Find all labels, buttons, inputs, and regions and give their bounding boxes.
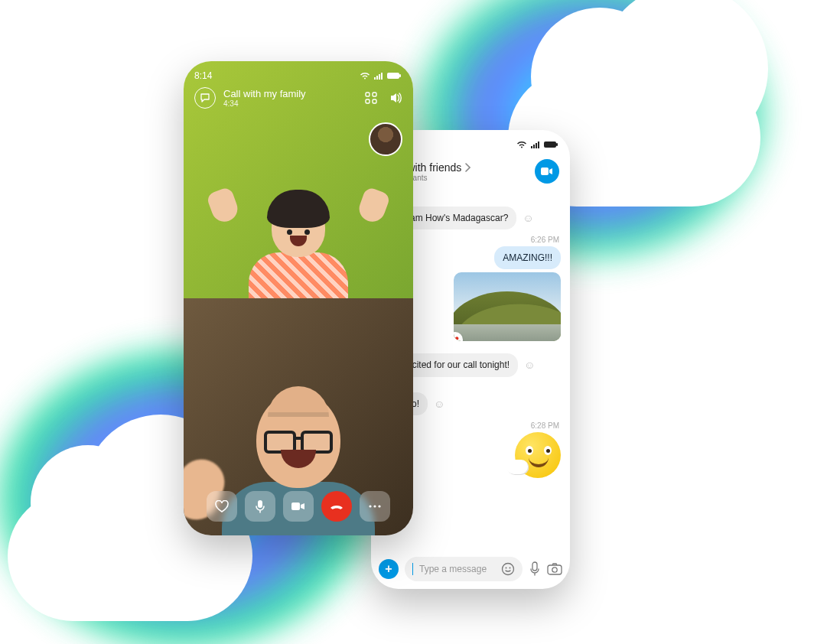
svg-rect-16 xyxy=(381,73,383,80)
svg-rect-5 xyxy=(556,143,558,146)
react-icon[interactable]: ☺ xyxy=(523,212,533,224)
call-header: Call with my family 4:34 xyxy=(184,84,413,112)
photo-message[interactable]: ❤ xyxy=(454,272,561,341)
call-status-bar: 8:14 xyxy=(184,61,413,86)
add-button[interactable]: + xyxy=(379,559,399,579)
signal-icon xyxy=(374,72,383,80)
svg-point-26 xyxy=(373,505,376,507)
svg-rect-19 xyxy=(366,93,370,96)
composer: + Type a message xyxy=(379,557,562,581)
react-icon[interactable]: ☺ xyxy=(524,359,535,371)
svg-rect-18 xyxy=(399,74,401,77)
wifi-icon xyxy=(360,72,370,80)
svg-point-9 xyxy=(510,568,511,569)
svg-rect-1 xyxy=(533,145,535,148)
end-call-button[interactable] xyxy=(321,491,352,522)
svg-point-8 xyxy=(506,568,507,569)
reaction-button[interactable] xyxy=(207,491,237,522)
call-controls xyxy=(184,491,413,522)
chevron-right-icon[interactable] xyxy=(464,163,470,172)
svg-rect-21 xyxy=(366,99,370,103)
battery-icon xyxy=(387,72,402,80)
svg-rect-20 xyxy=(373,93,376,96)
call-phone: 8:14 Call with my family 4:34 xyxy=(184,61,413,535)
svg-rect-0 xyxy=(531,146,532,148)
svg-point-25 xyxy=(369,505,371,507)
microphone-button[interactable] xyxy=(245,491,275,522)
svg-rect-17 xyxy=(387,73,399,79)
text-cursor xyxy=(412,563,413,575)
svg-rect-14 xyxy=(376,76,378,80)
svg-rect-4 xyxy=(544,141,556,148)
camera-button[interactable] xyxy=(283,491,314,522)
video-call-button[interactable] xyxy=(535,159,559,184)
grid-icon[interactable] xyxy=(364,91,378,105)
svg-point-12 xyxy=(552,568,557,572)
svg-point-7 xyxy=(503,564,514,575)
microphone-icon[interactable] xyxy=(529,561,541,577)
svg-rect-23 xyxy=(258,500,262,508)
call-duration: 4:34 xyxy=(223,99,306,108)
svg-point-27 xyxy=(378,505,380,507)
sticker-message[interactable] xyxy=(510,432,561,483)
svg-rect-13 xyxy=(374,77,376,80)
outgoing-message[interactable]: AMAZING!!! xyxy=(494,246,561,269)
svg-rect-3 xyxy=(538,141,539,148)
svg-rect-2 xyxy=(536,143,537,148)
signal-icon xyxy=(531,141,540,148)
wifi-icon xyxy=(516,141,527,148)
chat-icon[interactable] xyxy=(194,87,216,109)
emoji-icon[interactable] xyxy=(501,562,515,576)
more-button[interactable] xyxy=(360,491,390,522)
svg-rect-22 xyxy=(373,99,376,103)
self-view-pip[interactable] xyxy=(369,122,402,156)
svg-rect-24 xyxy=(291,503,300,510)
message-input[interactable]: Type a message xyxy=(405,557,523,581)
battery-icon xyxy=(544,141,559,148)
svg-rect-10 xyxy=(532,562,537,571)
svg-rect-15 xyxy=(379,74,380,80)
camera-icon[interactable] xyxy=(547,563,562,575)
svg-rect-6 xyxy=(541,168,549,175)
status-time: 8:14 xyxy=(194,70,212,81)
speaker-icon[interactable] xyxy=(389,91,402,105)
input-placeholder: Type a message xyxy=(419,564,487,574)
svg-rect-11 xyxy=(548,565,562,574)
call-title: Call with my family xyxy=(223,88,306,100)
react-icon[interactable]: ☺ xyxy=(434,398,444,410)
